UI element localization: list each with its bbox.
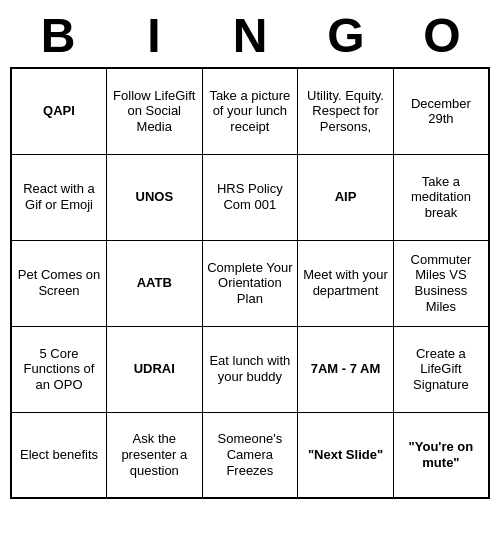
letter-i: I [114, 8, 194, 63]
cell-r0-c0: QAPI [11, 68, 107, 154]
cell-r1-c0: React with a Gif or Emoji [11, 154, 107, 240]
cell-r2-c1: AATB [107, 240, 203, 326]
cell-r4-c1: Ask the presenter a question [107, 412, 203, 498]
letter-b: B [18, 8, 98, 63]
cell-r4-c3: "Next Slide" [298, 412, 394, 498]
cell-r1-c2: HRS Policy Com 001 [202, 154, 298, 240]
cell-r3-c3: 7AM - 7 AM [298, 326, 394, 412]
cell-r0-c1: Follow LifeGift on Social Media [107, 68, 203, 154]
cell-r4-c4: "You're on mute" [393, 412, 489, 498]
cell-r3-c4: Create a LifeGift Signature [393, 326, 489, 412]
cell-r2-c3: Meet with your department [298, 240, 394, 326]
cell-r0-c3: Utility. Equity. Respect for Persons, [298, 68, 394, 154]
cell-r1-c4: Take a meditation break [393, 154, 489, 240]
letter-o: O [402, 8, 482, 63]
cell-r4-c2: Someone's Camera Freezes [202, 412, 298, 498]
cell-r0-c2: Take a picture of your lunch receipt [202, 68, 298, 154]
letter-n: N [210, 8, 290, 63]
cell-r2-c2: Complete Your Orientation Plan [202, 240, 298, 326]
bingo-title: B I N G O [10, 0, 490, 67]
cell-r4-c0: Elect benefits [11, 412, 107, 498]
cell-r1-c1: UNOS [107, 154, 203, 240]
cell-r3-c1: UDRAI [107, 326, 203, 412]
cell-r2-c4: Commuter Miles VS Business Miles [393, 240, 489, 326]
cell-r0-c4: December 29th [393, 68, 489, 154]
cell-r3-c0: 5 Core Functions of an OPO [11, 326, 107, 412]
cell-r2-c0: Pet Comes on Screen [11, 240, 107, 326]
letter-g: G [306, 8, 386, 63]
bingo-grid: QAPIFollow LifeGift on Social MediaTake … [10, 67, 490, 499]
cell-r1-c3: AIP [298, 154, 394, 240]
cell-r3-c2: Eat lunch with your buddy [202, 326, 298, 412]
